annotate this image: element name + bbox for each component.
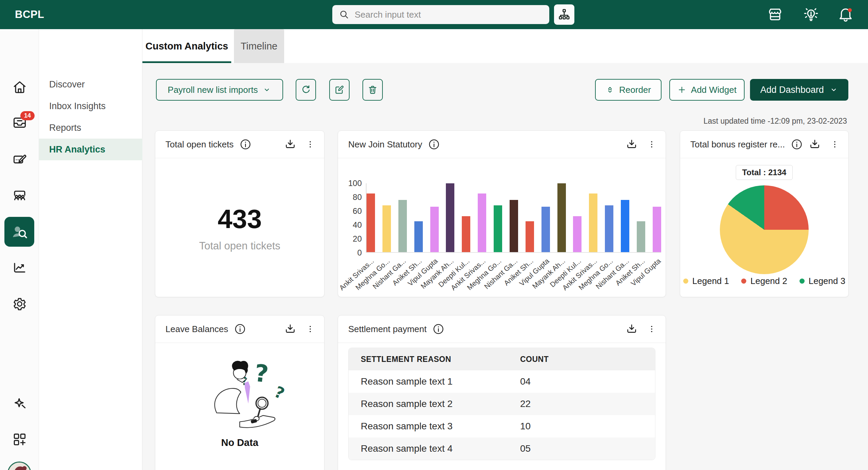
topbar: BCPL — [0, 0, 868, 29]
kebab-menu-icon[interactable] — [305, 139, 315, 149]
legend-item[interactable]: Legend 1 — [683, 276, 729, 286]
legend-item[interactable]: Legend 3 — [800, 276, 845, 286]
download-icon[interactable] — [284, 323, 296, 335]
people-search-icon — [11, 223, 28, 241]
add-widget-label: Add Widget — [691, 85, 736, 95]
table-cell: 10 — [508, 415, 655, 437]
table-cell: Reason sample text 3 — [349, 415, 508, 437]
ideas-icon[interactable] — [803, 6, 819, 23]
table-body: Reason sample text 104Reason sample text… — [349, 370, 655, 460]
bar-chart-x-axis: Ankit Srivas...Meghna Go...Nishant Ga...… — [366, 257, 661, 296]
table-row: Reason sample text 104 — [349, 370, 655, 393]
reorder-label: Reorder — [619, 85, 651, 95]
legend-item[interactable]: Legend 2 — [741, 276, 787, 286]
refresh-icon — [300, 84, 311, 95]
magic-icon — [12, 396, 27, 411]
delete-icon — [367, 84, 378, 95]
bar-chart-y-axis: 020406080100 — [344, 183, 362, 253]
analytics-icon — [12, 260, 27, 275]
sidebar-item-settings[interactable] — [0, 296, 39, 312]
bar — [446, 183, 454, 252]
sidebar-item-home[interactable] — [0, 79, 39, 95]
widget-title: New Join Statutory — [348, 139, 422, 150]
sidebar-item-hr-analytics[interactable]: HR Analytics — [39, 139, 142, 160]
last-updated-text: Last updated time -12:09 pm, 23-02-2023 — [704, 117, 847, 126]
sidebar-item-compose[interactable] — [0, 151, 39, 167]
download-icon[interactable] — [284, 138, 296, 150]
y-tick-label: 40 — [353, 220, 362, 230]
dashboard-selector-dropdown[interactable]: Payroll new list imports — [156, 79, 283, 101]
reorder-button[interactable]: Reorder — [595, 79, 662, 101]
bar-plot — [366, 183, 661, 253]
table-row: Reason sample text 222 — [349, 393, 655, 415]
download-icon[interactable] — [809, 138, 821, 150]
refresh-dashboard-button[interactable] — [296, 79, 316, 101]
table-column-header: COUNT — [508, 348, 655, 370]
sidebar-item-discover[interactable]: Discover — [39, 74, 142, 95]
table-cell: 22 — [508, 393, 655, 415]
y-tick-label: 60 — [353, 206, 362, 216]
bar — [573, 216, 581, 252]
bar — [589, 193, 597, 252]
legend-label: Legend 2 — [750, 276, 787, 286]
bar — [510, 200, 518, 252]
notifications-icon[interactable] — [837, 6, 854, 23]
org-chart-icon — [558, 8, 571, 21]
bar — [367, 193, 375, 252]
app-logo: BCPL — [15, 0, 44, 29]
kebab-menu-icon[interactable] — [647, 139, 657, 149]
kebab-menu-icon[interactable] — [647, 324, 657, 334]
delete-dashboard-button[interactable] — [362, 79, 383, 101]
download-icon[interactable] — [626, 138, 638, 150]
y-tick-label: 100 — [348, 179, 362, 188]
reorder-icon — [606, 85, 614, 94]
bar — [398, 200, 407, 252]
info-icon[interactable] — [433, 323, 444, 335]
kebab-menu-icon[interactable] — [830, 139, 840, 149]
tab-custom-analytics[interactable]: Custom Analytics — [142, 29, 231, 63]
settlement-table: SETTLEMENT REASONCOUNT Reason sample tex… — [348, 348, 655, 460]
bar — [494, 205, 502, 252]
store-icon[interactable] — [767, 6, 783, 23]
download-icon[interactable] — [626, 323, 638, 335]
pie-total-badge: Total : 2134 — [736, 165, 793, 180]
user-avatar[interactable] — [7, 462, 31, 470]
tab-timeline[interactable]: Timeline — [234, 29, 284, 63]
table-cell: Reason sample text 4 — [349, 437, 508, 460]
sidebar-item-magic[interactable] — [0, 395, 39, 411]
add-widget-button[interactable]: Add Widget — [669, 79, 745, 101]
kebab-menu-icon[interactable] — [305, 324, 315, 334]
info-icon[interactable] — [240, 139, 251, 150]
sidebar: Discover Inbox Insights Reports HR Analy… — [39, 29, 142, 470]
sidebar-item-people-search-active[interactable] — [4, 217, 34, 247]
global-search[interactable] — [332, 5, 549, 24]
sidebar-item-team[interactable] — [0, 187, 39, 203]
bar — [526, 221, 534, 252]
info-icon[interactable] — [428, 139, 440, 150]
widget-total-bonus-register: Total bonus register re... Total : 2134 … — [680, 130, 849, 297]
info-icon[interactable] — [234, 323, 246, 335]
table-cell: 04 — [508, 370, 655, 393]
y-tick-label: 80 — [353, 192, 362, 202]
team-icon — [12, 188, 27, 203]
sidebar-item-analytics[interactable] — [0, 260, 39, 276]
add-dashboard-label: Add Dashboard — [760, 85, 824, 95]
search-input[interactable] — [355, 9, 542, 20]
sidebar-item-reports[interactable]: Reports — [39, 117, 142, 139]
widget-title: Settlement payment — [348, 324, 427, 334]
edit-dashboard-button[interactable] — [329, 79, 350, 101]
sidebar-item-inbox-insights[interactable]: Inbox Insights — [39, 95, 142, 117]
sidebar-item-apps[interactable] — [0, 431, 39, 447]
org-chart-button[interactable] — [554, 4, 574, 25]
home-icon — [12, 80, 27, 95]
info-icon[interactable] — [791, 139, 803, 150]
legend-dot — [683, 279, 688, 284]
search-icon — [339, 9, 349, 20]
bar — [557, 183, 566, 252]
widget-settlement-payment: Settlement payment SETTLEMENT REASONCOUN… — [338, 315, 666, 470]
pie-legend: Legend 1Legend 2Legend 3 — [680, 276, 848, 286]
no-data-text: No Data — [221, 437, 258, 448]
add-dashboard-button[interactable]: Add Dashboard — [750, 79, 848, 101]
svg-text:?: ? — [253, 359, 270, 388]
bar — [478, 193, 486, 252]
